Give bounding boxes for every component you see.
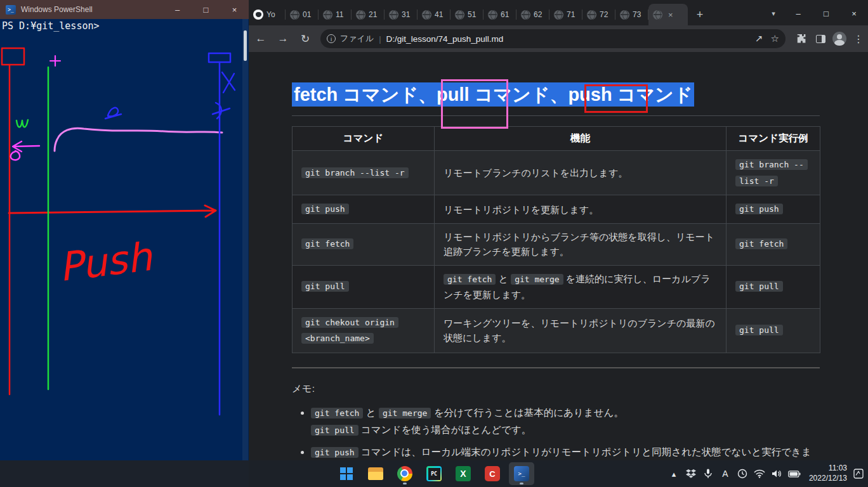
hidden-icons-chevron-icon[interactable]: ▴: [668, 464, 680, 483]
globe-favicon: [455, 10, 464, 20]
folder-icon: [368, 467, 383, 480]
globe-favicon: [554, 10, 563, 20]
red-highlight-box-annotation: [584, 84, 648, 113]
powershell-taskbar-button[interactable]: >_: [509, 462, 534, 485]
browser-minimize-button[interactable]: –: [784, 1, 812, 25]
red-c-app-icon: C: [485, 466, 500, 481]
tab-41[interactable]: 41: [418, 4, 450, 25]
markdown-page: fetch コマンド、pull コマンド、push コマンド コマンド 機能 コ…: [249, 52, 868, 460]
extensions-puzzle-icon[interactable]: [792, 29, 811, 48]
ime-indicator[interactable]: A: [720, 464, 731, 483]
tab-21[interactable]: 21: [352, 4, 385, 25]
powershell-window: >_ Windows PowerShell – □ × PS D:¥git_le…: [0, 0, 249, 487]
tab-active[interactable]: ×: [648, 4, 688, 25]
file-explorer-button[interactable]: [363, 462, 388, 485]
tab-51[interactable]: 51: [450, 4, 483, 25]
pycharm-icon: PC: [426, 466, 442, 481]
desktop: >_ Windows PowerShell – □ × PS D:¥git_le…: [0, 0, 868, 487]
excel-icon: X: [456, 466, 471, 481]
bookmark-star-icon[interactable]: ☆: [771, 33, 779, 44]
new-tab-button[interactable]: +: [690, 5, 709, 24]
powershell-terminal[interactable]: PS D:¥git_lesson> Push: [0, 19, 249, 487]
command-example-code: git pull: [735, 325, 783, 335]
volume-icon[interactable]: [771, 464, 782, 483]
command-description: リモートブランチのリストを出力します。: [444, 167, 628, 178]
tab-61[interactable]: 61: [483, 4, 516, 25]
tab-01[interactable]: 01: [286, 4, 319, 25]
command-example-code: git fetch: [735, 238, 787, 249]
address-bar[interactable]: i ファイル | D:/git_lesson/74_push_pull.md ↗…: [320, 29, 786, 48]
powershell-close-button[interactable]: ×: [220, 0, 249, 19]
powershell-scrollbar-thumb[interactable]: [244, 30, 247, 61]
tab-strip: Yo 01 11 21 31 41 51 61 62 71 72 73 × + …: [249, 0, 868, 25]
table-row: git branch --list -r リモートブランチのリストを出力します。…: [293, 151, 820, 195]
tab-11[interactable]: 11: [319, 4, 352, 25]
side-panel-icon[interactable]: [811, 29, 830, 48]
table-row: git chekout origin <branch_name> ワーキングツリ…: [293, 308, 820, 353]
table-row: git pull git fetch と git merge を連続的に実行し、…: [293, 265, 820, 308]
tab-label: 73: [633, 10, 641, 19]
table-header-row: コマンド 機能 コマンド実行例: [293, 127, 820, 151]
command-code: git push: [301, 204, 349, 214]
note-item: git push コマンドは、ローカル端末のリポジトリがリモートリポジトリと同期…: [311, 444, 820, 460]
back-icon[interactable]: ←: [251, 29, 271, 49]
tab-73[interactable]: 73: [615, 4, 648, 25]
page-title: fetch コマンド、pull コマンド、push コマンド: [292, 82, 820, 116]
tab-label: 62: [534, 10, 542, 19]
green-squiggle-annotation: [16, 120, 28, 127]
tab-72[interactable]: 72: [582, 4, 615, 25]
tab-search-chevron-icon[interactable]: ▾: [763, 1, 784, 25]
battery-icon[interactable]: [788, 464, 801, 483]
excel-button[interactable]: X: [450, 462, 476, 485]
github-favicon: [253, 10, 263, 20]
start-button[interactable]: [334, 462, 359, 485]
dropbox-icon[interactable]: [685, 464, 697, 483]
command-example-code: git pull: [735, 281, 783, 292]
powershell-minimize-button[interactable]: –: [163, 0, 192, 19]
column-header: 機能: [435, 127, 727, 151]
blue-strike-annotation: [213, 103, 230, 119]
chrome-button[interactable]: [392, 462, 418, 485]
tab-github[interactable]: Yo: [249, 4, 286, 25]
tray-date: 2022/12/13: [809, 474, 847, 484]
powershell-scrollbar[interactable]: [242, 19, 248, 487]
wifi-icon[interactable]: [754, 464, 765, 483]
browser-close-button[interactable]: ×: [840, 1, 868, 25]
command-code: git branch --list -r: [301, 167, 409, 178]
page-info-icon[interactable]: i: [327, 34, 336, 43]
share-icon[interactable]: ↗: [755, 33, 763, 44]
tab-label: Yo: [266, 10, 275, 19]
red-app-button[interactable]: C: [480, 462, 505, 485]
tab-62[interactable]: 62: [516, 4, 549, 25]
pink-curve-annotation: [55, 128, 222, 151]
tab-close-icon[interactable]: ×: [668, 10, 673, 20]
taskbar: PC X C >_ ▴ A: [0, 460, 868, 487]
pycharm-button[interactable]: PC: [421, 462, 447, 485]
powershell-maximize-button[interactable]: □: [192, 0, 220, 19]
command-code: git chekout origin <branch_name>: [301, 317, 398, 344]
magenta-plus-annotation: [50, 56, 60, 66]
tab-71[interactable]: 71: [549, 4, 582, 25]
address-separator: |: [379, 34, 381, 44]
globe-favicon: [488, 10, 497, 20]
tab-31[interactable]: 31: [385, 4, 418, 25]
notification-center-icon[interactable]: [853, 464, 864, 483]
reload-icon[interactable]: ↻: [295, 29, 315, 49]
profile-avatar[interactable]: [830, 29, 849, 48]
powershell-titlebar[interactable]: >_ Windows PowerShell – □ ×: [0, 0, 249, 19]
tab-label: 72: [600, 10, 608, 19]
blue-rectangle-annotation: [209, 53, 230, 62]
tab-label: 01: [303, 10, 311, 19]
address-url[interactable]: D:/git_lesson/74_push_pull.md: [386, 34, 504, 44]
pink-highlight-box-annotation: [441, 79, 508, 129]
globe-favicon: [290, 10, 299, 20]
microphone-icon[interactable]: [702, 464, 714, 483]
column-header: コマンド実行例: [727, 127, 820, 151]
browser-menu-kebab-icon[interactable]: ⋮: [849, 29, 868, 48]
forward-icon[interactable]: →: [273, 29, 293, 49]
clock[interactable]: 11:03 2022/12/13: [809, 464, 847, 483]
browser-maximize-button[interactable]: □: [812, 1, 840, 25]
clock-tray-icon[interactable]: [737, 464, 748, 483]
globe-favicon: [422, 10, 431, 20]
tab-label: 51: [468, 10, 476, 19]
